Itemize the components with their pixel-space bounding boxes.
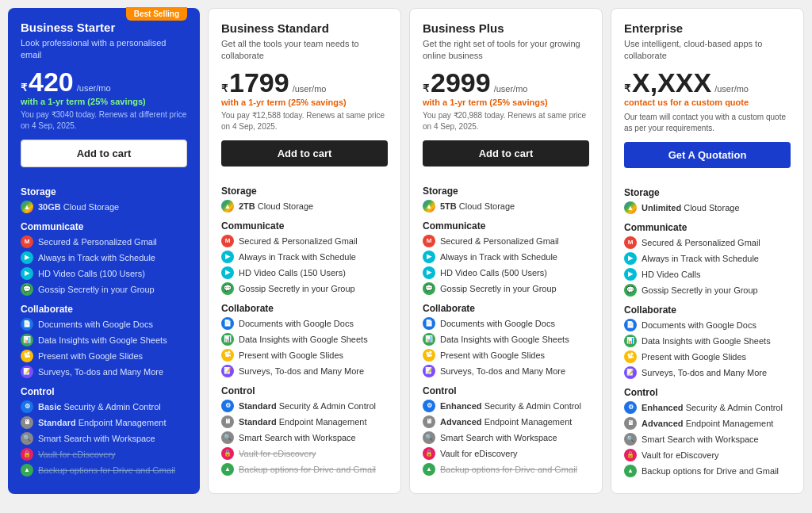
control-text: Vault for eDiscovery	[440, 448, 518, 459]
forms-icon: 📝	[21, 366, 33, 378]
collaborate-text: Data Insights with Google Sheets	[642, 335, 771, 346]
communicate-text: Gossip Secretly in your Group	[440, 283, 557, 294]
communicate-text: Secured & Personalized Gmail	[440, 235, 559, 247]
search-icon: 🔍	[624, 433, 637, 446]
control-text: Standard Endpoint Management	[239, 416, 366, 427]
sheets-icon: 📊	[221, 333, 234, 346]
communicate-section-title: Communicate	[624, 222, 791, 233]
storage-text: 2TB Cloud Storage	[239, 201, 313, 212]
gmail-icon: M	[423, 235, 435, 247]
add-to-cart-button[interactable]: Add to cart	[423, 140, 589, 167]
control-text: Advanced Endpoint Management	[440, 416, 572, 427]
per-user: /user/mo	[714, 84, 749, 94]
communicate-text: Secured & Personalized Gmail	[642, 237, 760, 248]
per-user: /user/mo	[77, 83, 111, 93]
backup-icon: ▲	[221, 463, 234, 476]
control-text: Backup options for Drive and Gmail	[239, 464, 376, 475]
control-feature-0: ⚙ Enhanced Security & Admin Control	[423, 400, 589, 412]
docs-icon: 📄	[21, 318, 33, 331]
plan-name: Business Plus	[423, 21, 589, 35]
admin-icon: ⚙	[624, 401, 637, 414]
vault-icon: 🔒	[21, 448, 33, 461]
plan-name: Enterprise	[624, 21, 791, 35]
meet-icon: ▶	[221, 251, 234, 263]
control-section-title: Control	[624, 387, 791, 398]
communicate-feature-2: ▶ HD Video Calls (150 Users)	[221, 266, 388, 279]
storage-feature: ▲ Unlimited Cloud Storage	[624, 201, 791, 214]
control-feature-2: 🔍 Smart Search with Workspace	[21, 432, 187, 445]
communicate-text: HD Video Calls (100 Users)	[38, 268, 145, 279]
control-text: Backup options for Drive and Gmail	[440, 464, 577, 475]
add-to-cart-button[interactable]: Add to cart	[221, 140, 388, 167]
communicate-feature-1: ▶ Always in Track with Schedule	[624, 252, 791, 265]
storage-text: 5TB Cloud Storage	[440, 201, 515, 212]
add-to-cart-button[interactable]: Get A Quotation	[624, 142, 791, 168]
plan-card-plus: Business PlusGet the right set of tools …	[409, 8, 603, 494]
collaborate-feature-1: 📊 Data Insights with Google Sheets	[21, 334, 187, 346]
docs-icon: 📄	[624, 319, 637, 331]
communicate-feature-0: M Secured & Personalized Gmail	[221, 235, 388, 247]
docs-icon: 📄	[221, 317, 234, 330]
collaborate-text: Data Insights with Google Sheets	[239, 334, 368, 345]
control-text: Smart Search with Workspace	[642, 434, 759, 445]
endpoint-icon: 🖥	[624, 417, 637, 430]
drive-icon: ▲	[221, 200, 234, 212]
slides-icon: 📽	[221, 349, 234, 362]
communicate-feature-2: ▶ HD Video Calls	[624, 268, 791, 281]
collaborate-text: Present with Google Slides	[440, 350, 545, 361]
control-text: Vault for eDiscovery	[38, 449, 116, 460]
control-text: Advanced Endpoint Management	[642, 418, 773, 429]
control-feature-0: ⚙ Basic Security & Admin Control	[21, 400, 187, 413]
control-feature-4: ▲ Backup options for Drive and Gmail	[21, 464, 187, 477]
price-value: X,XXX	[632, 69, 711, 96]
collaborate-feature-3: 📝 Surveys, To-dos and Many More	[423, 365, 589, 377]
backup-icon: ▲	[423, 463, 435, 476]
control-text: Backup options for Drive and Gmail	[38, 465, 175, 476]
control-text: Smart Search with Workspace	[440, 432, 557, 443]
vault-icon: 🔒	[221, 447, 234, 460]
collaborate-section-title: Collaborate	[21, 304, 187, 315]
control-feature-2: 🔍 Smart Search with Workspace	[423, 431, 589, 444]
per-user: /user/mo	[494, 84, 528, 94]
communicate-text: HD Video Calls (150 Users)	[239, 267, 346, 278]
collaborate-text: Surveys, To-dos and Many More	[642, 367, 767, 378]
price-row: ₹ 1799 /user/mo	[221, 69, 388, 96]
collaborate-text: Data Insights with Google Sheets	[440, 334, 569, 345]
control-feature-4: ▲ Backup options for Drive and Gmail	[423, 463, 589, 476]
price-row: ₹ X,XXX /user/mo	[624, 69, 791, 96]
collaborate-text: Present with Google Slides	[38, 350, 143, 362]
admin-icon: ⚙	[21, 400, 33, 413]
gmail-icon: M	[21, 235, 33, 248]
plan-desc: Get all the tools your team needs to col…	[221, 38, 388, 63]
best-selling-badge: Best Selling	[126, 7, 187, 21]
control-feature-4: ▲ Backup options for Drive and Gmail	[624, 465, 791, 477]
control-feature-2: 🔍 Smart Search with Workspace	[221, 431, 388, 444]
control-feature-2: 🔍 Smart Search with Workspace	[624, 433, 791, 446]
sheets-icon: 📊	[21, 334, 33, 346]
control-text: Enhanced Security & Admin Control	[440, 400, 581, 412]
docs-icon: 📄	[423, 317, 435, 330]
collaborate-text: Present with Google Slides	[642, 351, 746, 362]
collaborate-section-title: Collaborate	[624, 304, 791, 316]
slides-icon: 📽	[423, 349, 435, 362]
control-section-title: Control	[423, 385, 589, 396]
backup-icon: ▲	[21, 464, 33, 477]
per-user: /user/mo	[293, 84, 327, 94]
storage-text: 30GB Cloud Storage	[38, 201, 119, 212]
communicate-text: Always in Track with Schedule	[440, 251, 557, 262]
vault-icon: 🔒	[624, 449, 637, 461]
control-feature-3: 🔒 Vault for eDiscovery	[624, 449, 791, 461]
communicate-feature-2: ▶ HD Video Calls (100 Users)	[21, 267, 187, 280]
communicate-text: Secured & Personalized Gmail	[38, 236, 157, 247]
control-text: Backup options for Drive and Gmail	[642, 465, 779, 477]
plan-name: Business Standard	[221, 21, 388, 35]
add-to-cart-button[interactable]: Add to cart	[21, 140, 187, 167]
collaborate-feature-1: 📊 Data Insights with Google Sheets	[624, 335, 791, 347]
storage-section-title: Storage	[423, 186, 589, 197]
control-feature-0: ⚙ Enhanced Security & Admin Control	[624, 401, 791, 414]
collaborate-feature-2: 📽 Present with Google Slides	[221, 349, 388, 362]
forms-icon: 📝	[221, 365, 234, 377]
forms-icon: 📝	[423, 365, 435, 377]
backup-icon: ▲	[624, 465, 637, 477]
control-feature-1: 🖥 Standard Endpoint Management	[221, 415, 388, 428]
